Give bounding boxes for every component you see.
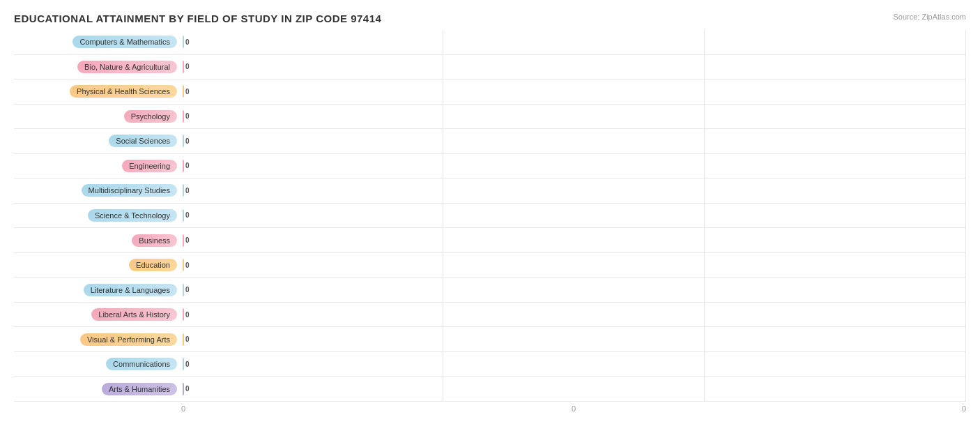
bar-row: Social Sciences0 <box>14 129 966 154</box>
bar-value-label: 0 <box>185 162 190 169</box>
bar-value-label: 0 <box>185 261 190 269</box>
bar-label: Business <box>132 234 177 247</box>
bar-fill: 0 <box>183 110 184 123</box>
bar-row: Physical & Health Sciences0 <box>14 79 966 105</box>
bar-value-area: 0 <box>181 383 966 395</box>
bar-label: Arts & Humanities <box>102 383 177 395</box>
bar-value-label: 0 <box>185 211 190 219</box>
label-area: Multidisciplinary Studies <box>14 184 181 197</box>
bar-row: Multidisciplinary Studies0 <box>14 179 966 204</box>
bar-row: Computers & Mathematics0 <box>14 30 966 55</box>
x-label-0: 0 <box>181 404 185 413</box>
x-axis: 0 0 0 <box>14 404 966 413</box>
bar-fill: 0 <box>183 358 184 370</box>
bar-value-label: 0 <box>185 187 190 195</box>
bar-row: Bio, Nature & Agricultural0 <box>14 55 966 80</box>
bar-fill: 0 <box>183 36 184 48</box>
label-area: Social Sciences <box>14 135 181 147</box>
label-area: Science & Technology <box>14 209 181 222</box>
bar-fill: 0 <box>183 61 184 73</box>
x-label-1: 0 <box>572 404 576 413</box>
bar-value-area: 0 <box>181 85 966 98</box>
bar-fill: 0 <box>183 160 184 172</box>
bar-label: Education <box>129 259 177 271</box>
bar-value-area: 0 <box>181 234 966 247</box>
bar-fill: 0 <box>183 234 184 247</box>
bar-label: Engineering <box>122 160 177 172</box>
bar-value-area: 0 <box>181 259 966 271</box>
label-area: Literature & Languages <box>14 284 181 296</box>
bar-row: Visual & Performing Arts0 <box>14 327 966 352</box>
bar-fill: 0 <box>183 308 184 321</box>
bar-value-label: 0 <box>185 286 190 294</box>
label-area: Liberal Arts & History <box>14 308 181 321</box>
label-area: Communications <box>14 358 181 370</box>
bar-label: Visual & Performing Arts <box>80 333 177 346</box>
bar-value-area: 0 <box>181 110 966 123</box>
bars-section: Computers & Mathematics0Bio, Nature & Ag… <box>14 30 966 402</box>
bar-row: Engineering0 <box>14 154 966 179</box>
bar-label: Science & Technology <box>88 209 177 222</box>
bar-value-area: 0 <box>181 160 966 172</box>
bar-row: Arts & Humanities0 <box>14 377 966 402</box>
bar-value-area: 0 <box>181 61 966 73</box>
bar-value-label: 0 <box>185 88 190 96</box>
bar-value-label: 0 <box>185 63 190 70</box>
bar-label: Psychology <box>124 110 177 123</box>
label-area: Physical & Health Sciences <box>14 85 181 98</box>
bar-row: Education0 <box>14 253 966 278</box>
bar-fill: 0 <box>183 259 184 271</box>
bar-value-area: 0 <box>181 135 966 147</box>
bar-label: Multidisciplinary Studies <box>82 184 177 197</box>
bar-fill: 0 <box>183 383 184 395</box>
bar-label: Computers & Mathematics <box>72 36 177 48</box>
bar-value-area: 0 <box>181 308 966 321</box>
bar-fill: 0 <box>183 184 184 197</box>
chart-container: EDUCATIONAL ATTAINMENT BY FIELD OF STUDY… <box>0 0 980 440</box>
bar-label: Liberal Arts & History <box>91 308 177 321</box>
bar-label: Bio, Nature & Agricultural <box>77 61 177 73</box>
bar-value-label: 0 <box>185 385 190 393</box>
label-area: Visual & Performing Arts <box>14 333 181 346</box>
label-area: Education <box>14 259 181 271</box>
bar-row: Psychology0 <box>14 105 966 130</box>
bar-value-label: 0 <box>185 361 190 368</box>
bar-row: Liberal Arts & History0 <box>14 303 966 328</box>
label-area: Bio, Nature & Agricultural <box>14 61 181 73</box>
label-area: Business <box>14 234 181 247</box>
label-area: Arts & Humanities <box>14 383 181 395</box>
bar-value-area: 0 <box>181 333 966 346</box>
bar-value-area: 0 <box>181 358 966 370</box>
bar-fill: 0 <box>183 209 184 222</box>
bar-label: Communications <box>106 358 177 370</box>
bar-row: Literature & Languages0 <box>14 278 966 303</box>
bar-value-area: 0 <box>181 209 966 222</box>
bar-value-label: 0 <box>185 137 190 145</box>
bar-fill: 0 <box>183 135 184 147</box>
bar-value-area: 0 <box>181 184 966 197</box>
label-area: Computers & Mathematics <box>14 36 181 48</box>
bar-label: Physical & Health Sciences <box>70 85 177 98</box>
bar-value-label: 0 <box>185 38 190 46</box>
label-area: Psychology <box>14 110 181 123</box>
bar-value-label: 0 <box>185 311 190 319</box>
bar-value-label: 0 <box>185 112 190 120</box>
x-label-2: 0 <box>962 404 966 413</box>
bar-row: Communications0 <box>14 352 966 377</box>
bar-label: Literature & Languages <box>84 284 177 296</box>
chart-area: Computers & Mathematics0Bio, Nature & Ag… <box>14 30 966 402</box>
bar-fill: 0 <box>183 284 184 296</box>
bar-fill: 0 <box>183 333 184 346</box>
bar-value-label: 0 <box>185 236 190 244</box>
bar-fill: 0 <box>183 85 184 98</box>
bar-value-label: 0 <box>185 335 190 343</box>
bar-label: Social Sciences <box>109 135 177 147</box>
chart-source: Source: ZipAtlas.com <box>893 13 966 21</box>
bar-value-area: 0 <box>181 36 966 48</box>
chart-title: EDUCATIONAL ATTAINMENT BY FIELD OF STUDY… <box>14 13 966 24</box>
bar-value-area: 0 <box>181 284 966 296</box>
bar-row: Business0 <box>14 228 966 253</box>
bar-row: Science & Technology0 <box>14 204 966 229</box>
label-area: Engineering <box>14 160 181 172</box>
